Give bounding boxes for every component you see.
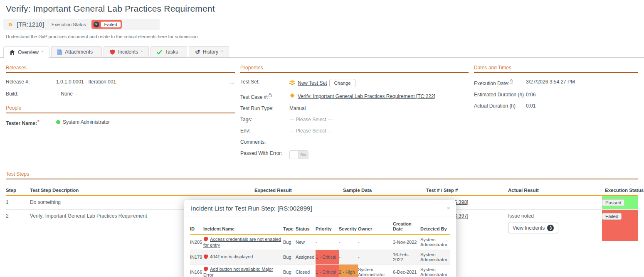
test-set-link[interactable]: New Test Set <box>298 80 327 86</box>
properties-heading: Properties <box>240 65 469 73</box>
tab-overview[interactable]: Overview * <box>3 47 49 58</box>
tab-incidents-dirty-marker: * <box>141 49 143 54</box>
step-status-cell: Failed <box>602 210 638 241</box>
col-type: Type <box>283 219 296 234</box>
execution-status-badge: ✕ Failed <box>91 20 122 29</box>
incident-detected-by: System Administrator <box>420 265 450 277</box>
test-run-id: [TR:1210] <box>17 21 44 28</box>
tab-attachments[interactable]: Attachments <box>51 46 102 57</box>
execution-status-label: Execution Status: <box>52 22 87 27</box>
test-steps-heading: Test Steps <box>6 171 638 179</box>
tab-overview-dirty-marker: * <box>42 50 43 55</box>
incident-link[interactable]: Add button not available; Major Error <box>203 267 273 277</box>
incident-link[interactable]: 404Error is displayed <box>210 254 253 259</box>
actual-duration-label: Actual Duration (h) <box>474 103 526 109</box>
incident-link[interactable]: Access credentials are not enabled for e… <box>203 237 281 248</box>
passed-with-error-label: Passed With Error: <box>240 150 289 156</box>
toggle-state: No <box>299 151 308 159</box>
comments-label: Comments: <box>240 139 289 145</box>
step-actual: Issue noted View Incidents 3 <box>508 210 602 241</box>
col-execution-status: Execution Status <box>602 185 638 196</box>
col-test-step-num: Test # / Step # <box>426 185 508 196</box>
required-marker: * <box>37 119 39 124</box>
incident-count-badge: 3 <box>547 225 554 231</box>
col-expected: Expected Result <box>254 185 343 196</box>
test-run-description: Understand the GxP practices document an… <box>6 34 644 39</box>
test-run-type-row: Test Run Type: Manual <box>240 105 469 111</box>
failed-x-icon: ✕ <box>94 22 99 27</box>
overview-content: Releases Release #: 1.0.1.0.0001 - Itera… <box>0 58 644 164</box>
tab-tasks-label: Tasks <box>165 49 178 55</box>
env-row: Env: --- Please Select --- <box>240 128 469 134</box>
incident-shield-icon <box>203 255 208 260</box>
step-status-cell: Passed <box>602 196 638 210</box>
toggle-knob <box>290 151 299 159</box>
close-icon[interactable]: × <box>447 205 450 211</box>
status-chip: Failed <box>602 213 622 220</box>
modal-header: Incident List for Test Run Step: [RS:002… <box>184 200 456 216</box>
incident-table: ID Incident Name Type Status Priority Se… <box>190 219 450 277</box>
incident-shield-icon <box>203 267 208 272</box>
build-row: Build: -- None -- <box>6 91 235 97</box>
incident-row: IN166 Add button not available; Major Er… <box>190 265 450 277</box>
test-run-type-value: Manual <box>289 105 306 111</box>
test-case-icon <box>289 93 295 100</box>
tab-history-label: History <box>203 49 218 55</box>
incident-id: IN179 <box>190 250 203 265</box>
release-arrow-icon[interactable]: → <box>229 79 235 86</box>
col-severity: Severity <box>339 219 358 234</box>
incident-name-cell: 404Error is displayed <box>203 250 283 265</box>
tab-history[interactable]: ↺ History * <box>189 46 229 57</box>
incident-status: New <box>296 234 316 250</box>
releases-people-column: Releases Release #: 1.0.1.0.0001 - Itera… <box>6 65 235 132</box>
people-heading: People <box>6 105 235 113</box>
tags-label: Tags: <box>240 117 289 123</box>
incident-type: Bug <box>283 265 296 277</box>
test-case-link[interactable]: Verify: Important General Lab Practices … <box>298 93 435 99</box>
incident-shield-icon <box>203 238 208 243</box>
execution-date-value: 3/27/2026 3:54:27 PM <box>526 79 575 85</box>
execution-date-row: Execution Date: 3/27/2026 3:54:27 PM <box>474 79 638 86</box>
incident-severity: 2 - High <box>339 265 358 277</box>
lock-icon <box>269 93 272 98</box>
env-label: Env: <box>240 128 289 134</box>
col-description: Test Step Description <box>30 185 254 196</box>
incident-detected-by: System Administrator <box>420 234 450 250</box>
tab-overview-label: Overview <box>18 49 39 55</box>
incident-id: IN166 <box>190 265 203 277</box>
test-run-type-label: Test Run Type: <box>240 105 289 111</box>
incident-id: IN205 <box>190 234 203 250</box>
steps-header-row: Step Test Step Description Expected Resu… <box>6 185 638 196</box>
test-set-row: Test Set: New Test Set Change <box>240 79 469 87</box>
incident-list-modal: Incident List for Test Run Step: [RS:002… <box>184 200 456 277</box>
incident-creation-date: 16-Feb-2022 <box>393 250 420 265</box>
test-case-label: Test Case #: <box>240 93 289 100</box>
online-status-dot <box>56 120 60 124</box>
tab-incidents[interactable]: Incidents * <box>104 46 149 57</box>
actual-result-text: Issue noted <box>508 213 599 219</box>
tab-tasks[interactable]: Tasks <box>151 46 187 57</box>
incident-creation-date: 3-Nov-2022 <box>393 234 420 250</box>
change-test-set-button[interactable]: Change <box>329 79 355 87</box>
passed-with-error-toggle[interactable]: No <box>289 150 308 159</box>
modal-title: Incident List for Test Run Step: [RS:002… <box>191 205 312 212</box>
release-row: Release #: 1.0.1.0.0001 - Iteration 001 … <box>6 79 235 86</box>
incident-owner: - <box>358 250 393 265</box>
build-value: -- None -- <box>56 91 77 97</box>
history-icon: ↺ <box>195 49 200 55</box>
tags-row: Tags: --- Please Select --- <box>240 117 469 123</box>
check-icon <box>157 50 162 54</box>
env-select[interactable]: --- Please Select --- <box>289 128 333 134</box>
incident-name-cell: Add button not available; Major Error <box>203 265 283 277</box>
incident-type: Bug <box>283 234 296 250</box>
tester-name: System Administrator <box>63 119 110 125</box>
incident-creation-date: 6-Dec-2021 <box>393 265 420 277</box>
tags-select[interactable]: --- Please Select --- <box>289 117 333 123</box>
incident-owner: System Administrator <box>358 265 393 277</box>
step-number: 2 <box>6 210 30 241</box>
view-incidents-button[interactable]: View Incidents 3 <box>508 223 558 233</box>
col-status: Status <box>296 219 316 234</box>
tester-value: System Administrator <box>56 119 110 125</box>
passed-with-error-row: Passed With Error: No <box>240 150 469 159</box>
lock-icon <box>510 79 513 85</box>
